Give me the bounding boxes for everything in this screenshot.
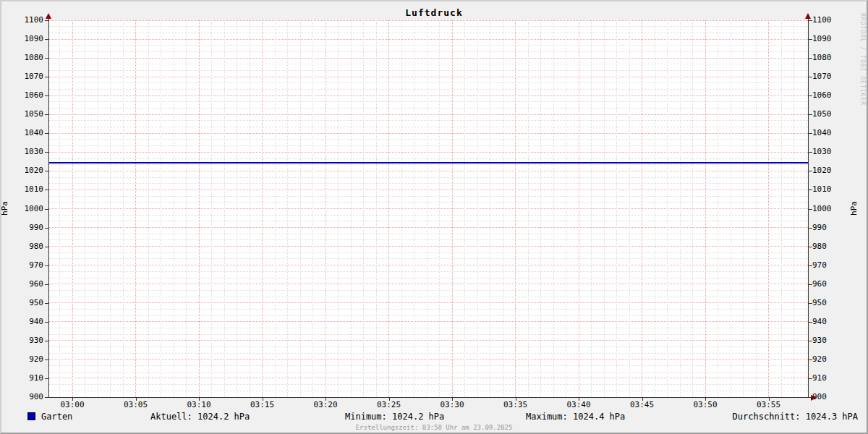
gridline-h-minor xyxy=(48,139,808,140)
gridline-h-minor xyxy=(48,45,808,46)
y-tick-label-right: 1030 xyxy=(812,147,854,157)
legend-stat-maximum: Maximum: 1024.4 hPa xyxy=(526,411,625,422)
gridline-v-minor xyxy=(174,20,174,397)
gridline-h-major xyxy=(48,20,808,21)
gridline-v-minor xyxy=(250,20,250,397)
y-tick-label-right: 1090 xyxy=(812,34,854,44)
x-tick-label: 03:25 xyxy=(371,400,407,409)
gridline-h-minor xyxy=(48,51,808,52)
gridline-v-minor xyxy=(655,20,655,397)
creation-timestamp: Erstellungszeit: 03:58 Uhr am 23.09.2025 xyxy=(1,424,867,431)
x-tick-label: 03:40 xyxy=(561,400,597,409)
gridline-h-major xyxy=(48,208,808,209)
gridline-h-major xyxy=(48,321,808,322)
y-tick-label-left: 1020 xyxy=(1,166,43,176)
gridline-v-minor xyxy=(718,20,718,397)
y-tick-label-right: 1010 xyxy=(812,184,854,195)
gridline-v-minor xyxy=(59,20,60,397)
gridline-v-minor xyxy=(692,20,693,397)
gridline-h-minor xyxy=(48,346,808,347)
y-tick-label-right: 960 xyxy=(812,279,854,289)
gridline-v-minor xyxy=(300,20,301,397)
gridline-h-major xyxy=(48,190,808,190)
gridline-v-minor xyxy=(98,20,98,397)
gridline-v-major xyxy=(452,20,453,397)
x-tick-label: 03:20 xyxy=(307,400,344,409)
gridline-v-minor xyxy=(528,20,529,397)
gridline-v-minor xyxy=(490,20,490,397)
gridline-v-minor xyxy=(553,20,554,397)
gridline-h-major xyxy=(48,302,808,303)
y-tick-label-left: 960 xyxy=(1,279,43,289)
y-tick-label-right: 1080 xyxy=(812,53,854,63)
gridline-h-minor xyxy=(48,196,808,197)
gridline-v-minor xyxy=(781,20,782,397)
gridline-h-minor xyxy=(48,164,808,165)
gridline-h-minor xyxy=(48,158,808,159)
gridline-h-minor xyxy=(48,183,808,184)
gridline-v-major xyxy=(705,20,706,397)
y-tick-label-right: 1070 xyxy=(812,72,854,82)
y-tick-label-right: 950 xyxy=(812,298,854,308)
gridline-h-minor xyxy=(48,315,808,316)
y-axis-left xyxy=(48,19,49,398)
gridline-v-minor xyxy=(237,20,237,397)
gridline-v-minor xyxy=(351,20,352,397)
y-tick-label-left: 1030 xyxy=(1,147,43,157)
gridline-v-major xyxy=(199,20,200,397)
x-tick-label: 03:30 xyxy=(434,400,470,409)
gridline-v-minor xyxy=(629,20,630,397)
gridline-h-major xyxy=(48,114,808,115)
gridline-h-major xyxy=(48,77,808,77)
y-tick-label-right: 900 xyxy=(812,392,854,402)
gridline-h-minor xyxy=(48,26,808,27)
chart-title: Luftdruck xyxy=(1,7,867,18)
y-tick-label-left: 1060 xyxy=(1,90,43,101)
y-tick-label-right: 1020 xyxy=(812,166,854,176)
y-tick-label-left: 1040 xyxy=(1,128,43,138)
y-tick-label-right: 970 xyxy=(812,260,854,271)
y-tick-label-left: 930 xyxy=(1,336,43,346)
gridline-v-minor xyxy=(401,20,402,397)
y-tick-label-right: 1040 xyxy=(812,128,854,138)
gridline-h-major xyxy=(48,265,808,265)
y-axis-arrow-left xyxy=(46,13,51,19)
legend-series-label: Garten xyxy=(41,411,72,422)
gridline-h-major xyxy=(48,152,808,153)
gridline-v-minor xyxy=(439,20,440,397)
x-tick-label: 03:45 xyxy=(624,400,660,409)
legend-swatch-garten xyxy=(27,412,35,420)
gridline-v-minor xyxy=(756,20,757,397)
gridline-v-major xyxy=(135,20,136,397)
gridline-h-major xyxy=(48,378,808,378)
gridline-h-minor xyxy=(48,372,808,373)
gridline-v-minor xyxy=(224,20,225,397)
gridline-v-major xyxy=(388,20,389,397)
y-tick-label-right: 910 xyxy=(812,373,854,383)
gridline-h-minor xyxy=(48,177,808,178)
x-tick-label: 03:05 xyxy=(118,400,154,409)
x-tick-label: 03:15 xyxy=(244,400,281,409)
gridline-h-minor xyxy=(48,221,808,221)
legend: Garten Aktuell: 1024.2 hPa Minimum: 1024… xyxy=(1,411,867,422)
gridline-h-major xyxy=(48,171,808,171)
gridline-v-minor xyxy=(616,20,617,397)
y-tick-label-left: 1100 xyxy=(1,15,43,25)
gridline-h-minor xyxy=(48,234,808,234)
legend-stat-aktuell: Aktuell: 1024.2 hPa xyxy=(150,411,250,422)
gridline-v-minor xyxy=(312,20,313,397)
y-tick-label-left: 940 xyxy=(1,317,43,327)
gridline-v-major xyxy=(262,20,263,397)
gridline-v-major xyxy=(326,20,326,397)
y-axis-right xyxy=(808,19,809,398)
gridline-h-minor xyxy=(48,391,808,391)
gridline-h-major xyxy=(48,340,808,341)
gridline-h-minor xyxy=(48,127,808,127)
gridline-v-minor xyxy=(161,20,161,397)
legend-stat-durchschnitt: Durchschnitt: 1024.3 hPA xyxy=(733,411,858,422)
gridline-v-minor xyxy=(591,20,592,397)
gridline-h-minor xyxy=(48,334,808,335)
y-tick-label-left: 1080 xyxy=(1,53,43,63)
gridline-v-minor xyxy=(85,20,85,397)
y-tick-label-left: 1050 xyxy=(1,109,43,119)
